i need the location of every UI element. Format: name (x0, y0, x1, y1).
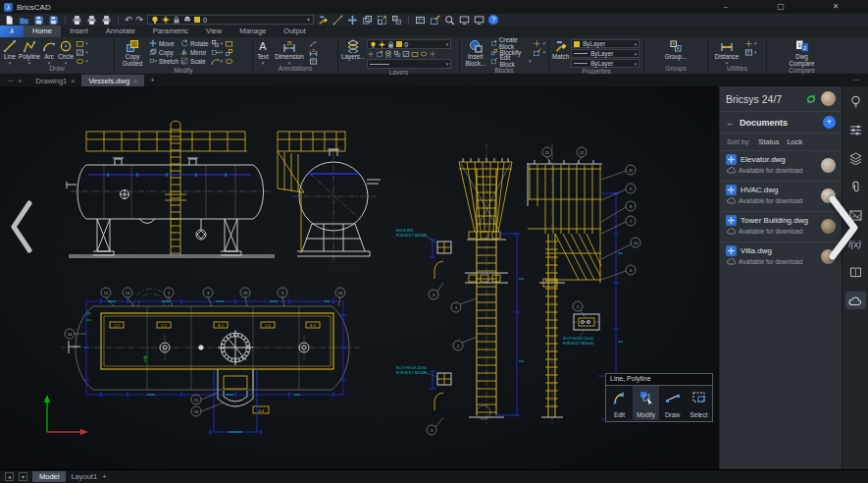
block-attr-button[interactable]: ▾ (533, 39, 545, 47)
erase-button[interactable] (225, 39, 233, 47)
color-select[interactable]: ByLayer▾ (571, 39, 639, 48)
pencil-icon[interactable] (430, 15, 440, 26)
close-icon[interactable]: × (71, 78, 75, 84)
layout-list-icon[interactable]: ▾ (19, 472, 27, 481)
close-icon[interactable]: × (19, 78, 23, 84)
quad-modify-button[interactable] (633, 386, 659, 409)
minimize-button[interactable]: – (711, 0, 740, 14)
stretch-button[interactable]: Stretch (149, 57, 179, 65)
linetype-select[interactable]: ByLayer▾ (571, 49, 639, 58)
close-icon[interactable]: × (133, 78, 137, 84)
draw-line-icon[interactable] (332, 15, 343, 26)
add-document-button[interactable]: + (823, 116, 836, 129)
move-tool-icon[interactable] (347, 15, 358, 26)
layout1-tab[interactable]: Layout1 (71, 472, 97, 481)
add-layout-button[interactable]: + (102, 472, 106, 481)
properties-sliders-icon[interactable] (845, 121, 866, 138)
save-as-icon[interactable] (48, 15, 59, 26)
id-point-button[interactable]: ▾ (744, 39, 757, 47)
array-button[interactable]: ▾ (211, 39, 224, 47)
quick-calc-button[interactable]: ▾ (744, 48, 757, 56)
fillet-button[interactable]: ▾ (211, 57, 224, 65)
layers-button[interactable]: Layers... (341, 39, 365, 61)
help-button[interactable]: ? (488, 15, 498, 25)
user-avatar[interactable] (821, 91, 836, 106)
maximize-button[interactable]: ▢ (766, 0, 795, 14)
group-tool-icon[interactable] (391, 15, 402, 26)
layer-select[interactable]: 0 ▾ (367, 39, 451, 49)
dual-screen-icon[interactable] (474, 15, 485, 26)
doc-tab-partial[interactable]: ⋯× (0, 75, 29, 86)
tab-parametric[interactable]: Parametric (144, 26, 197, 37)
quad-select-button[interactable] (686, 386, 712, 409)
tab-insert[interactable]: Insert (61, 26, 97, 37)
tab-overflow-button[interactable]: ⋯ (845, 75, 868, 86)
application-menu-button[interactable]: λ (0, 26, 24, 37)
tips-lightbulb-icon[interactable] (845, 92, 866, 110)
sync-icon[interactable] (805, 93, 817, 105)
quad-edit-label[interactable]: Edit (606, 409, 633, 420)
close-button[interactable]: ✕ (821, 0, 850, 14)
new-document-icon[interactable] (4, 15, 15, 26)
explode-button[interactable] (225, 48, 233, 56)
quad-modify-label[interactable]: Modify (633, 409, 659, 420)
scale-tool-icon[interactable] (377, 15, 387, 26)
screen-icon[interactable] (459, 15, 470, 26)
rotate-button[interactable]: Rotate (180, 39, 209, 47)
open-icon[interactable] (19, 15, 29, 26)
dim-style-button[interactable] (309, 48, 318, 56)
layer-state-select[interactable]: ▾ (367, 59, 451, 69)
sort-lock-option[interactable]: Lock (787, 137, 802, 146)
block-edit-attr-button[interactable]: ▾ (533, 48, 545, 56)
tab-manage[interactable]: Manage (230, 26, 275, 37)
plot-icon[interactable] (86, 15, 97, 26)
zoom-icon[interactable] (444, 15, 455, 26)
layout-prev-icon[interactable]: ◂ (5, 472, 14, 481)
trim-button[interactable]: ▾ (211, 48, 224, 56)
doc-tab-drawing1[interactable]: Drawing1× (29, 75, 82, 86)
line-button[interactable]: Line▾ (3, 39, 17, 65)
carousel-left-chevron[interactable] (8, 198, 35, 255)
tab-view[interactable]: View (197, 26, 230, 37)
settings-window-icon[interactable] (415, 15, 426, 26)
document-card-elevator[interactable]: Elevator.dwg Available for download (720, 150, 842, 181)
arc-button[interactable]: Arc▾ (42, 39, 56, 65)
save-icon[interactable] (33, 15, 44, 26)
rectangle-button[interactable]: ▾ (76, 39, 88, 47)
move-button[interactable]: Move (149, 39, 179, 47)
print-preview-icon[interactable] (72, 15, 82, 26)
ellipse-button[interactable]: ▾ (76, 57, 88, 65)
library-book-icon[interactable] (845, 263, 866, 281)
dimension-button[interactable]: Dimension▾ (272, 39, 307, 65)
create-block-button[interactable]: Create Block (490, 39, 532, 47)
redo-icon[interactable]: ↷ (136, 15, 144, 26)
undo-icon[interactable]: ↶ (125, 15, 132, 26)
table-button[interactable] (309, 57, 318, 65)
drawing-canvas[interactable]: 12 13 2 3 23 5 24 14 15 16 4 1 2 3 21 12… (0, 86, 719, 469)
lineweight-select[interactable]: ByLayer▾ (571, 59, 639, 68)
layer-combobox[interactable]: 0 ▾ (147, 15, 314, 25)
quad-select-label[interactable]: Select (686, 409, 712, 420)
layer-state-toolbar[interactable] (367, 50, 451, 58)
tab-home[interactable]: Home (24, 26, 61, 37)
offset-button[interactable] (225, 57, 233, 65)
tab-output[interactable]: Output (275, 26, 315, 37)
quad-draw-button[interactable] (659, 386, 686, 409)
leader-button[interactable] (309, 39, 318, 47)
copy-button[interactable]: Copy (149, 48, 179, 56)
quad-draw-label[interactable]: Draw (659, 409, 686, 420)
sort-status-option[interactable]: Status (758, 137, 779, 146)
copy-tool-icon[interactable] (362, 15, 373, 26)
layers-panel-icon[interactable] (845, 149, 866, 167)
tab-annotate[interactable]: Annotate (97, 26, 144, 37)
new-tab-button[interactable]: + (144, 75, 160, 86)
doc-tab-vessels[interactable]: Vessels.dwg× (81, 75, 144, 86)
insert-block-button[interactable]: Insert Block... (463, 39, 488, 67)
copy-guided-button[interactable]: Copy Guided (118, 39, 147, 67)
hatch-button[interactable]: ▾ (76, 48, 88, 56)
match-properties-icon[interactable] (318, 15, 329, 26)
text-button[interactable]: Text▾ (256, 39, 270, 65)
carousel-right-chevron[interactable] (824, 192, 863, 263)
scale-button[interactable]: Scale (180, 57, 209, 65)
circle-button[interactable]: Circle▾ (58, 39, 74, 65)
